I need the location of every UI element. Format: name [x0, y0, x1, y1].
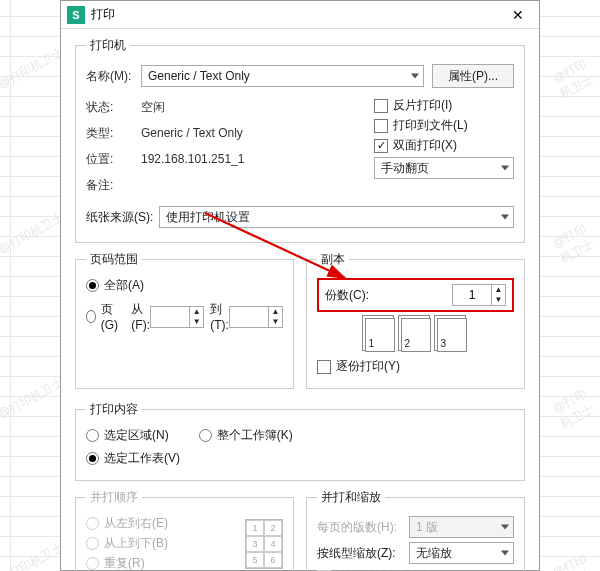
copies-input: [452, 284, 492, 306]
content-workbook-radio[interactable]: 整个工作簿(K): [199, 427, 293, 444]
range-all-radio[interactable]: 全部(A): [86, 277, 283, 294]
checkbox-icon: [374, 99, 388, 113]
from-label: 从(F):: [131, 301, 150, 332]
content-legend: 打印内容: [86, 401, 142, 418]
status-label: 状态:: [86, 99, 141, 116]
printer-name-select[interactable]: Generic / Text Only: [141, 65, 424, 87]
printer-group: 打印机 名称(M): Generic / Text Only 属性(P)... …: [75, 37, 525, 243]
where-label: 位置:: [86, 151, 141, 168]
printer-legend: 打印机: [86, 37, 130, 54]
copies-legend: 副本: [317, 251, 349, 268]
titlebar: S 打印 ✕: [61, 1, 539, 29]
copies-group: 副本 份数(C): ▲▼ 123 逐份打印(Y): [306, 251, 525, 389]
scale-select[interactable]: 无缩放: [409, 542, 514, 564]
order-preview-icon: 123456: [245, 519, 283, 569]
radio-icon: [86, 452, 99, 465]
window-title: 打印: [91, 6, 503, 23]
name-label: 名称(M):: [86, 68, 141, 85]
scaling-group: 并打和缩放 每页的版数(H): 1 版 按纸型缩放(Z): 无缩放 并打时绘制分…: [306, 489, 525, 571]
comment-label: 备注:: [86, 177, 141, 194]
properties-button[interactable]: 属性(P)...: [432, 64, 514, 88]
to-spin[interactable]: ▲▼: [229, 306, 283, 328]
range-pages-radio[interactable]: 页(G): [86, 301, 121, 332]
collate-checkbox[interactable]: 逐份打印(Y): [317, 358, 514, 375]
count-label: 份数(C):: [325, 287, 452, 304]
perpage-select: 1 版: [409, 516, 514, 538]
type-label: 类型:: [86, 125, 141, 142]
close-icon[interactable]: ✕: [503, 1, 533, 29]
copies-highlight: 份数(C): ▲▼: [317, 278, 514, 312]
content-selection-radio[interactable]: 选定区域(N): [86, 427, 169, 444]
scale-label: 按纸型缩放(Z):: [317, 545, 409, 562]
checkbox-icon: [317, 360, 331, 374]
chevron-down-icon: [411, 74, 419, 79]
up-arrow-icon[interactable]: ▲: [492, 285, 505, 295]
tofile-checkbox[interactable]: 打印到文件(L): [374, 117, 514, 134]
order-group: 并打顺序 从左到右(E) 从上到下(B) 重复(R) 123456: [75, 489, 294, 571]
reverse-checkbox[interactable]: 反片打印(I): [374, 97, 514, 114]
printer-name-value: Generic / Text Only: [148, 69, 250, 83]
copies-spin[interactable]: ▲▼: [452, 284, 506, 306]
chevron-down-icon: [501, 215, 509, 220]
type-value: Generic / Text Only: [141, 126, 243, 140]
collate-preview: 123: [317, 318, 514, 352]
where-value: 192.168.101.251_1: [141, 152, 244, 166]
range-legend: 页码范围: [86, 251, 142, 268]
checkbox-icon: [374, 119, 388, 133]
from-input: [150, 306, 190, 328]
down-arrow-icon[interactable]: ▼: [492, 295, 505, 305]
paper-source-select[interactable]: 使用打印机设置: [159, 206, 514, 228]
order-repeat-radio: 重复(R): [86, 555, 237, 571]
radio-icon: [86, 429, 99, 442]
print-dialog: S 打印 ✕ 打印机 名称(M): Generic / Text Only 属性…: [60, 0, 540, 571]
to-input: [229, 306, 269, 328]
content-sheets-radio[interactable]: 选定工作表(V): [86, 450, 514, 467]
chevron-down-icon: [501, 551, 509, 556]
status-value: 空闲: [141, 99, 165, 116]
order-tb-radio: 从上到下(B): [86, 535, 237, 552]
chevron-down-icon: [501, 166, 509, 171]
checkbox-checked-icon: ✓: [374, 139, 388, 153]
source-label: 纸张来源(S):: [86, 209, 153, 226]
scaling-legend: 并打和缩放: [317, 489, 385, 506]
radio-icon: [86, 310, 96, 323]
from-spin[interactable]: ▲▼: [150, 306, 204, 328]
flip-select[interactable]: 手动翻页: [374, 157, 514, 179]
radio-icon: [199, 429, 212, 442]
page-range-group: 页码范围 全部(A) 页(G) 从(F): ▲▼ 到(T): ▲▼: [75, 251, 294, 389]
order-lr-radio: 从左到右(E): [86, 515, 237, 532]
radio-icon: [86, 279, 99, 292]
app-logo-icon: S: [67, 6, 85, 24]
perpage-label: 每页的版数(H):: [317, 519, 409, 536]
print-content-group: 打印内容 选定区域(N) 整个工作簿(K) 选定工作表(V): [75, 401, 525, 481]
duplex-checkbox[interactable]: ✓双面打印(X): [374, 137, 514, 154]
order-legend: 并打顺序: [86, 489, 142, 506]
to-label: 到(T):: [210, 301, 229, 332]
